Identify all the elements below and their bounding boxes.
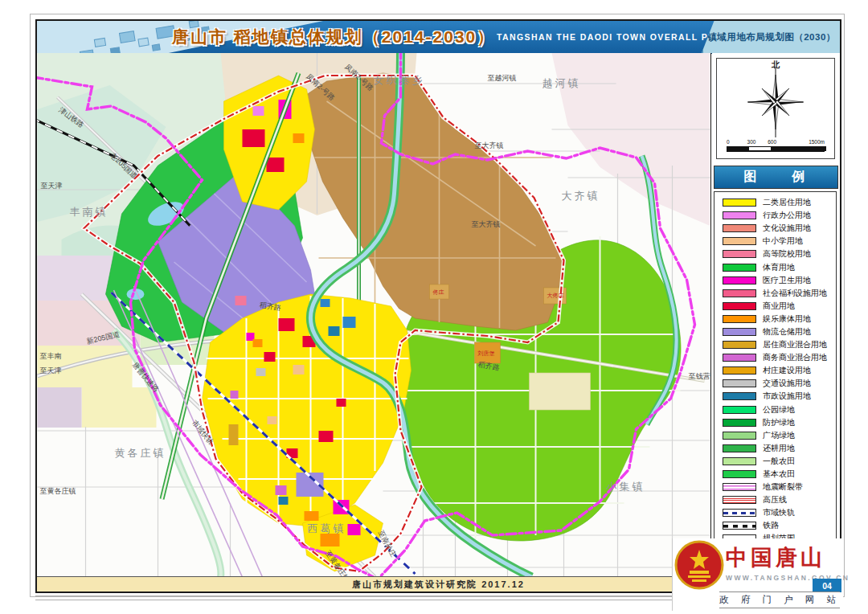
legend-item: 商务商业混合用地	[723, 351, 836, 364]
town-label: 小集镇	[606, 481, 645, 493]
legend-label: 地震断裂带	[763, 481, 803, 493]
road-label: 至钱营	[689, 372, 710, 380]
legend-color-swatch	[723, 276, 756, 284]
legend-item: 中小学用地	[723, 235, 836, 248]
legend-item: 市政设施用地	[723, 390, 836, 403]
legend-label: 二类居住用地	[763, 197, 811, 208]
legend-item: 一般农田	[723, 455, 836, 468]
legend-label: 娱乐康体用地	[763, 313, 811, 325]
header-banner: 唐山市 稻地镇总体规划（2014-2030） TANGSHAN THE DAOD…	[37, 21, 840, 54]
footer-credit: 唐山市规划建筑设计研究院 2017.12	[352, 579, 525, 591]
legend-color-swatch	[723, 419, 756, 427]
legend-item: 体育用地	[723, 260, 836, 273]
legend-label: 商务商业混合用地	[763, 352, 827, 363]
map-canvas: 女织寨乡 越河镇 大齐镇 丰南镇 黄各庄镇 西葛镇 小集镇 至越河镇 至大齐镇 …	[37, 53, 710, 577]
legend-label: 居住商业混合用地	[763, 339, 827, 350]
legend-item: 还耕用地	[723, 442, 836, 455]
scale-tick: 0	[727, 139, 730, 145]
legend-color-swatch	[723, 224, 756, 232]
road-label: 至黄各庄镇	[40, 487, 76, 495]
legend-item: 市域快轨	[723, 506, 836, 519]
legend-items: 二类居住用地行政办公用地文化设施用地中小学用地高等院校用地体育用地医疗卫生用地社…	[714, 191, 837, 559]
legend-item: 高压线	[723, 493, 836, 506]
legend-item: 居住商业混合用地	[723, 338, 836, 351]
legend-item: 地震断裂带	[723, 481, 836, 493]
legend-item: 行政办公用地	[723, 209, 836, 222]
legend-title: 图 例	[714, 166, 838, 189]
legend-label: 文化设施用地	[763, 223, 811, 234]
legend-label: 广场绿地	[763, 430, 795, 441]
legend-label: 市政设施用地	[763, 391, 811, 402]
legend-item: 娱乐康体用地	[723, 313, 836, 325]
legend-label: 公园绿地	[763, 404, 795, 415]
legend-label: 高压线	[763, 494, 787, 506]
legend-label: 市域快轨	[763, 507, 795, 518]
village-label: 刘唐堡	[477, 350, 495, 357]
legend-panel: 北 0 300 600	[712, 53, 840, 563]
legend-item: 交通设施用地	[723, 377, 836, 390]
legend-color-swatch	[723, 199, 756, 207]
legend-color-swatch	[723, 315, 756, 323]
legend-label: 交通设施用地	[763, 378, 811, 389]
plan-sheet: 唐山市 稻地镇总体规划（2014-2030） TANGSHAN THE DAOD…	[35, 19, 841, 593]
legend-label: 行政办公用地	[763, 210, 811, 221]
legend-item: 广场绿地	[723, 429, 836, 442]
scale-tick: 300	[747, 139, 756, 145]
town-label: 越河镇	[542, 77, 581, 89]
legend-color-swatch	[723, 406, 756, 414]
legend-label: 社会福利设施用地	[763, 288, 827, 299]
town-label: 西葛镇	[308, 522, 346, 534]
town-label: 黄各庄镇	[115, 447, 166, 459]
road-label: 至越河镇	[488, 74, 517, 82]
scale-tick: 600	[768, 139, 776, 145]
road-label: 至丰南	[40, 352, 62, 360]
village-label: 佟庄	[433, 289, 444, 295]
town-label: 女织寨乡	[374, 74, 425, 86]
legend-label: 体育用地	[763, 262, 795, 273]
legend-item: 文化设施用地	[723, 222, 836, 235]
legend-color-swatch	[723, 250, 756, 258]
legend-item: 物流仓储用地	[723, 325, 836, 338]
legend-line-swatch	[723, 509, 756, 517]
legend-line-swatch	[723, 496, 756, 504]
legend-color-swatch	[723, 341, 756, 349]
legend-line-swatch	[723, 522, 756, 530]
road-label: 至大齐镇	[472, 220, 501, 228]
legend-item: 公园绿地	[723, 403, 836, 416]
page-number-badge: 04	[813, 579, 841, 592]
legend-color-swatch	[723, 211, 756, 219]
legend-label: 中小学用地	[763, 235, 803, 247]
road-label: 至大齐镇	[475, 141, 504, 149]
legend-color-swatch	[723, 264, 756, 272]
legend-color-swatch	[723, 379, 756, 387]
legend-item: 村庄建设用地	[723, 364, 836, 377]
village-label: 大佟庄	[547, 293, 564, 298]
scale-bar: 0 300 600 1500m	[727, 139, 825, 152]
legend-line-swatch	[723, 483, 756, 491]
legend-color-swatch	[723, 366, 756, 375]
national-emblem-icon	[674, 540, 724, 590]
legend-color-swatch	[723, 470, 756, 478]
legend-item: 防护绿地	[723, 416, 836, 429]
legend-item: 基本农田	[723, 468, 836, 481]
compass-box: 北 0 300 600	[716, 58, 835, 159]
legend-color-swatch	[723, 328, 756, 336]
scale-tick: 1500m	[809, 139, 825, 145]
legend-label: 商业用地	[763, 301, 795, 312]
page-title-en: TANGSHAN THE DAODI TOWN OVERALL PLANNING	[497, 32, 707, 42]
road-label: 至天津	[40, 366, 62, 375]
legend-item: 商业用地	[723, 300, 836, 313]
town-label: 丰南镇	[70, 206, 108, 218]
legend-label: 铁路	[763, 520, 779, 531]
legend-color-swatch	[723, 432, 756, 440]
legend-color-swatch	[723, 444, 756, 452]
legend-label: 防护绿地	[763, 417, 795, 428]
legend-item: 高等院校用地	[723, 248, 836, 260]
logo-title: 中国唐山	[726, 543, 825, 572]
page-title: 唐山市 稻地镇总体规划（2014-2030）	[172, 26, 495, 48]
legend-label: 基本农田	[763, 469, 795, 480]
sheet-subtitle: 镇域用地布局规划图（2030）	[702, 21, 840, 53]
legend-color-swatch	[723, 392, 756, 400]
map-area: 女织寨乡 越河镇 大齐镇 丰南镇 黄各庄镇 西葛镇 小集镇 至越河镇 至大齐镇 …	[37, 53, 711, 577]
legend-item: 二类居住用地	[723, 196, 836, 209]
